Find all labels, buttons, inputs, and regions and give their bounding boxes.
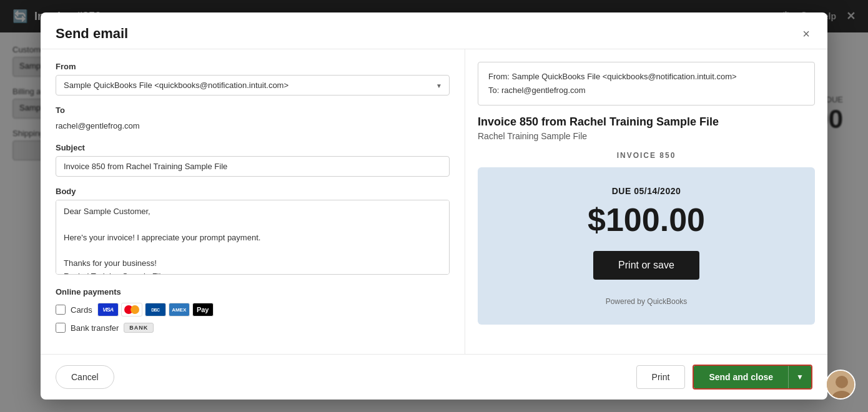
- visa-icon: VISA: [97, 303, 119, 316]
- cards-checkbox[interactable]: [56, 305, 66, 315]
- cards-label: Cards: [71, 305, 92, 315]
- avatar: [826, 370, 856, 400]
- body-label: Body: [56, 187, 450, 196]
- to-group: To rachel@gentlefrog.com: [56, 105, 450, 133]
- bank-transfer-option: Bank transfer BANK: [56, 323, 450, 333]
- from-select-wrapper: Sample QuickBooks File <quickbooks@notif…: [56, 75, 450, 96]
- send-close-group: Send and close ▼: [693, 365, 812, 390]
- preview-print-save-button[interactable]: Print or save: [593, 251, 699, 280]
- from-group: From Sample QuickBooks File <quickbooks@…: [56, 62, 450, 96]
- from-select[interactable]: Sample QuickBooks File <quickbooks@notif…: [56, 75, 450, 96]
- preview-amount: $100.00: [490, 204, 802, 236]
- preview-print-wrapper: Print or save: [490, 251, 802, 288]
- from-label: From: [56, 62, 450, 71]
- preview-invoice-label: INVOICE 850: [478, 151, 815, 160]
- preview-powered-label: Powered by QuickBooks: [490, 297, 802, 306]
- preview-amount-box: DUE 05/14/2020 $100.00 Print or save Pow…: [478, 167, 815, 325]
- preview-from-line: From: Sample QuickBooks File <quickbooks…: [488, 70, 804, 84]
- cards-icons: VISA DISC AMEX Pay: [97, 303, 214, 316]
- email-form-panel: From Sample QuickBooks File <quickbooks@…: [41, 49, 465, 354]
- send-close-button[interactable]: Send and close: [694, 366, 788, 388]
- to-label: To: [56, 105, 450, 115]
- modal-title: Send email: [56, 26, 128, 42]
- email-preview-panel: From: Sample QuickBooks File <quickbooks…: [465, 49, 827, 354]
- modal-close-button[interactable]: ×: [800, 25, 812, 42]
- body-textarea[interactable]: Dear Sample Customer, Here's your invoic…: [56, 200, 450, 275]
- print-button[interactable]: Print: [636, 365, 686, 389]
- mastercard-icon: [121, 303, 142, 316]
- apple-pay-icon: Pay: [192, 303, 214, 316]
- cancel-button[interactable]: Cancel: [56, 365, 114, 389]
- modal-body: From Sample QuickBooks File <quickbooks@…: [41, 49, 827, 354]
- subject-label: Subject: [56, 143, 450, 152]
- to-value: rachel@gentlefrog.com: [56, 119, 450, 133]
- preview-to-line: To: rachel@gentlefrog.com: [488, 84, 804, 97]
- subject-group: Subject: [56, 143, 450, 177]
- modal-overlay: Send email × From Sample QuickBooks File…: [0, 0, 868, 412]
- preview-due-label: DUE 05/14/2020: [490, 186, 802, 196]
- subject-input[interactable]: [56, 156, 450, 177]
- modal-footer: Cancel Print Send and close ▼: [41, 354, 827, 400]
- send-email-modal: Send email × From Sample QuickBooks File…: [41, 12, 827, 400]
- amex-icon: AMEX: [169, 303, 190, 316]
- svg-point-1: [836, 376, 848, 388]
- body-group: Body Dear Sample Customer, Here's your i…: [56, 187, 450, 277]
- bank-badge: BANK: [124, 323, 154, 333]
- bank-transfer-checkbox[interactable]: [56, 323, 66, 333]
- modal-header: Send email ×: [41, 12, 827, 49]
- send-close-dropdown-button[interactable]: ▼: [788, 366, 811, 388]
- online-payments-group: Online payments Cards VISA DISC AMEX Pay: [56, 287, 450, 333]
- online-payments-label: Online payments: [56, 287, 450, 297]
- cards-option: Cards VISA DISC AMEX Pay: [56, 303, 450, 316]
- preview-invoice-title: Invoice 850 from Rachel Training Sample …: [478, 115, 815, 129]
- bank-transfer-label: Bank transfer: [71, 323, 119, 333]
- discover-icon: DISC: [145, 303, 166, 316]
- preview-company: Rachel Training Sample File: [478, 131, 815, 141]
- preview-email-header: From: Sample QuickBooks File <quickbooks…: [478, 62, 815, 105]
